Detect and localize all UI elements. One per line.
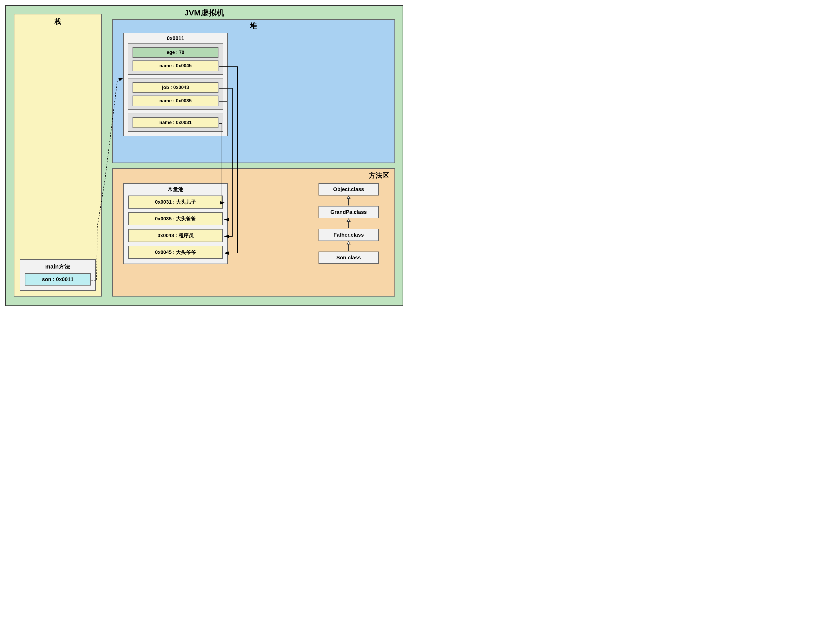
svg-marker-5	[347, 242, 350, 244]
main-method-box: main方法 son : 0x0011	[20, 259, 96, 291]
object-group-grandpa: age : 70 name : 0x0045	[128, 43, 223, 75]
constant-pool-title: 常量池	[128, 186, 223, 193]
main-method-title: main方法	[25, 263, 91, 271]
heap-object-address: 0x0011	[128, 35, 223, 41]
svg-marker-3	[347, 219, 350, 221]
const-entry-0035: 0x0035 : 大头爸爸	[128, 212, 223, 225]
object-group-son: name : 0x0031	[128, 113, 223, 132]
class-object: Object.class	[319, 183, 379, 195]
heap-title: 堆	[113, 21, 395, 30]
jvm-title: JVM虚拟机	[185, 8, 224, 18]
object-group-father: job : 0x0043 name : 0x0035	[128, 79, 223, 110]
field-age: age : 70	[133, 47, 218, 58]
field-name-grandpa: name : 0x0045	[133, 60, 218, 71]
method-area-panel: 方法区 常量池 0x0031 : 大头儿子 0x0035 : 大头爸爸 0x00…	[112, 168, 395, 296]
constant-pool-box: 常量池 0x0031 : 大头儿子 0x0035 : 大头爸爸 0x0043 :…	[123, 183, 228, 264]
stack-title: 栈	[14, 17, 101, 26]
stack-panel: 栈 main方法 son : 0x0011	[14, 14, 102, 296]
method-area-title: 方法区	[369, 171, 389, 180]
heap-object-box: 0x0011 age : 70 name : 0x0045 job : 0x00…	[123, 33, 228, 136]
field-name-son: name : 0x0031	[133, 117, 218, 128]
const-entry-0031: 0x0031 : 大头儿子	[128, 195, 223, 209]
const-entry-0045: 0x0045 : 大头爷爷	[128, 246, 223, 259]
field-job: job : 0x0043	[133, 82, 218, 93]
class-hierarchy: Object.class GrandPa.class Father.class …	[313, 183, 384, 264]
inherit-arrow-icon	[346, 195, 351, 206]
son-variable: son : 0x0011	[25, 273, 91, 285]
class-grandpa: GrandPa.class	[319, 206, 379, 218]
inherit-arrow-icon	[346, 218, 351, 229]
jvm-container: JVM虚拟机 栈 main方法 son : 0x0011 堆 0x0011 ag…	[5, 5, 403, 306]
field-name-father: name : 0x0035	[133, 96, 218, 106]
heap-panel: 堆 0x0011 age : 70 name : 0x0045 job : 0x…	[112, 19, 395, 163]
const-entry-0043: 0x0043 : 程序员	[128, 229, 223, 242]
inherit-arrow-icon	[346, 241, 351, 252]
class-father: Father.class	[319, 229, 379, 241]
svg-marker-1	[347, 196, 350, 198]
class-son: Son.class	[319, 252, 379, 264]
